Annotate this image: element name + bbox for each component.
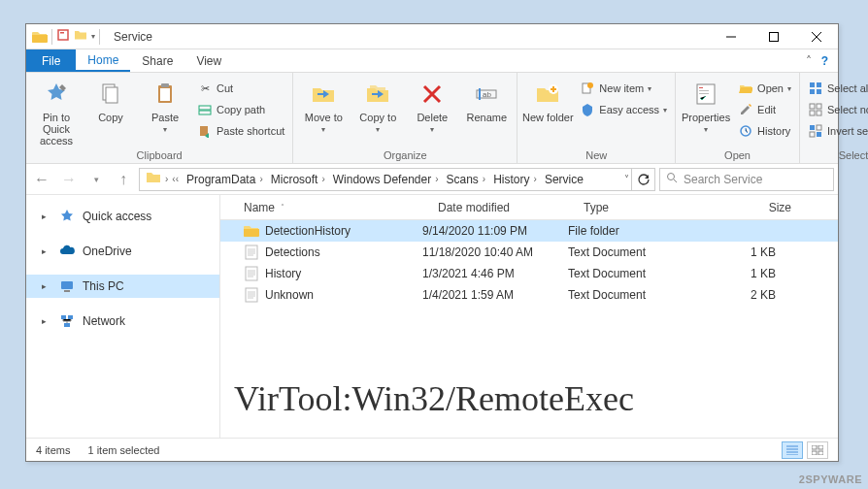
svg-rect-20 [699, 93, 709, 94]
svg-rect-35 [61, 281, 73, 289]
table-row[interactable]: History1/3/2021 4:46 PMText Document1 KB [220, 263, 838, 284]
expand-icon[interactable]: ▸ [42, 281, 47, 291]
column-headers: Name ˄ Date modified Type Size [220, 195, 838, 220]
copy-button[interactable]: Copy [84, 75, 137, 123]
file-name: Unknown [265, 288, 314, 302]
breadcrumb-segment: Scans› [441, 173, 488, 186]
table-row[interactable]: Detections11/18/2020 10:40 AMText Docume… [220, 242, 838, 263]
new-folder-button[interactable]: New folder [521, 75, 574, 123]
file-type: Text Document [560, 245, 686, 259]
tab-home[interactable]: Home [76, 49, 130, 72]
svg-rect-4 [106, 87, 117, 103]
group-open-label: Open [680, 147, 795, 163]
paste-shortcut-button[interactable]: Paste shortcut [193, 121, 288, 141]
file-name: History [265, 267, 301, 280]
column-size[interactable]: Size [702, 201, 799, 214]
delete-button[interactable]: Delete ▾ [406, 75, 458, 134]
scissors-icon: ✂ [197, 81, 213, 96]
open-button[interactable]: Open ▾ [734, 79, 795, 98]
rename-button[interactable]: ab Rename [460, 75, 513, 123]
svg-rect-38 [68, 315, 73, 319]
expand-icon[interactable]: ▸ [42, 212, 47, 221]
properties-button[interactable]: Properties ▾ [680, 75, 732, 134]
nav-network[interactable]: ▸ Network [26, 310, 219, 333]
qat-properties-icon[interactable] [56, 28, 70, 46]
file-type: Text Document [560, 288, 686, 302]
file-size: 2 KB [686, 288, 784, 302]
expand-icon[interactable]: ▸ [42, 246, 47, 256]
qat-dropdown-icon[interactable]: ▾ [91, 32, 95, 41]
new-item-button[interactable]: New item ▾ [576, 79, 671, 98]
view-details-button[interactable] [782, 441, 803, 459]
file-icon [244, 266, 259, 281]
group-clipboard-label: Clipboard [30, 147, 288, 163]
history-icon [738, 123, 753, 139]
search-input[interactable]: Search Service [659, 168, 834, 191]
ribbon: Pin to Quick access Copy Paste ▾ ✂ Cut [26, 73, 838, 164]
svg-rect-46 [818, 451, 823, 455]
nav-onedrive[interactable]: ▸ OneDrive [26, 240, 219, 263]
file-date: 1/3/2021 4:46 PM [415, 267, 560, 280]
help-icon[interactable]: ? [821, 54, 828, 68]
svg-rect-12 [479, 88, 481, 100]
tab-share[interactable]: Share [130, 49, 184, 72]
file-list: Name ˄ Date modified Type Size Detection… [220, 195, 838, 438]
refresh-button[interactable] [631, 168, 654, 191]
nav-quick-access[interactable]: ▸ Quick access [26, 205, 219, 228]
cut-button[interactable]: ✂ Cut [193, 79, 288, 98]
copy-to-button[interactable]: Copy to ▾ [351, 75, 404, 134]
nav-this-pc[interactable]: ▸ This PC [26, 275, 219, 298]
invert-selection-button[interactable]: Invert selection [804, 121, 868, 141]
table-row[interactable]: DetectionHistory9/14/2020 11:09 PMFile f… [220, 220, 838, 242]
svg-rect-10 [200, 126, 208, 136]
tab-view[interactable]: View [184, 49, 233, 72]
svg-rect-32 [810, 132, 815, 137]
breadcrumb-dropdown-icon[interactable]: ˅ [618, 174, 631, 184]
svg-rect-22 [810, 82, 815, 87]
expand-icon[interactable]: ▸ [42, 316, 47, 326]
svg-rect-2 [770, 32, 779, 41]
move-to-button[interactable]: Move to ▾ [297, 75, 350, 134]
column-type[interactable]: Type [576, 201, 702, 214]
invert-selection-icon [808, 123, 823, 139]
back-button[interactable]: ← [30, 168, 53, 191]
tab-file[interactable]: File [26, 49, 76, 72]
breadcrumb[interactable]: ›‹‹ ProgramData› Microsoft› Windows Defe… [139, 168, 655, 191]
table-row[interactable]: Unknown1/4/2021 1:59 AMText Document2 KB [220, 284, 838, 306]
forward-button[interactable]: → [57, 168, 81, 191]
easy-access-button[interactable]: Easy access ▾ [576, 100, 671, 119]
group-organize-label: Organize [297, 147, 513, 163]
history-button[interactable]: History [734, 121, 795, 141]
breadcrumb-segment: History› [487, 173, 539, 186]
recent-locations-button[interactable]: ▾ [84, 168, 108, 191]
up-button[interactable]: ↑ [112, 168, 135, 191]
file-icon [244, 244, 259, 260]
svg-rect-19 [699, 90, 709, 91]
paste-shortcut-icon [197, 123, 213, 139]
column-name[interactable]: Name ˄ [236, 201, 430, 214]
minimize-button[interactable] [710, 24, 752, 49]
edit-button[interactable]: Edit [734, 100, 795, 119]
move-to-icon [308, 79, 339, 110]
pin-quick-access-button[interactable]: Pin to Quick access [30, 75, 83, 147]
file-date: 9/14/2020 11:09 PM [415, 224, 560, 238]
select-none-button[interactable]: Select none [804, 100, 868, 119]
copy-to-icon [362, 79, 393, 110]
column-date[interactable]: Date modified [430, 201, 576, 214]
svg-rect-44 [818, 445, 823, 449]
ribbon-collapse-icon[interactable]: ˄ [806, 54, 812, 68]
close-button[interactable] [795, 24, 838, 49]
svg-rect-43 [812, 445, 817, 449]
paste-button[interactable]: Paste ▾ [139, 75, 191, 134]
copy-path-button[interactable]: Copy path [193, 100, 288, 119]
svg-text:ab: ab [483, 90, 491, 99]
copy-icon [95, 79, 126, 110]
status-item-count: 4 items [36, 444, 70, 456]
svg-rect-6 [161, 83, 169, 87]
view-large-icons-button[interactable] [807, 441, 828, 459]
breadcrumb-segment: Windows Defender› [327, 173, 441, 186]
select-all-button[interactable]: Select all [804, 79, 868, 98]
svg-point-34 [668, 174, 675, 180]
qat-newfolder-icon[interactable] [74, 28, 87, 46]
maximize-button[interactable] [752, 24, 795, 49]
